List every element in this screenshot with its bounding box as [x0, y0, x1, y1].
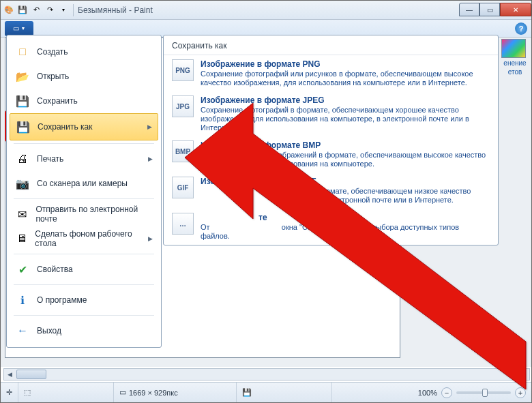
scroll-left-icon[interactable]: ◀	[4, 369, 15, 380]
canvas-dimensions: 1669 × 929пкс	[129, 389, 178, 397]
menu-exit[interactable]: Выход	[10, 318, 158, 343]
jpeg-file-icon: JPG	[172, 95, 194, 117]
menu-scanner[interactable]: Со сканера или камеры	[10, 171, 158, 196]
color-swatch-icon[interactable]	[501, 39, 526, 58]
png-desc: Сохранение фотографий или рисунков в фор…	[201, 70, 490, 87]
menu-create[interactable]: Создать	[10, 40, 158, 64]
menu-wallpaper-label: Сделать фоном рабочего стола	[35, 229, 141, 248]
submenu-header: Сохранить как	[164, 35, 498, 55]
chevron-right-icon: ▶	[148, 235, 153, 242]
scroll-thumb[interactable]	[16, 370, 46, 379]
zoom-out-button[interactable]: −	[441, 387, 452, 398]
other-format-icon: …	[172, 213, 194, 235]
camera-icon	[15, 176, 30, 191]
save-as-bmp[interactable]: BMP Изображение в формате BMP Сохранение…	[164, 136, 498, 173]
bmp-desc: Сохранение любых изображений в формате, …	[201, 151, 490, 168]
png-file-icon: PNG	[172, 59, 194, 81]
chevron-down-icon: ▼	[21, 26, 26, 31]
zoom-slider[interactable]	[456, 391, 511, 394]
save-icon	[15, 93, 30, 108]
menu-wallpaper[interactable]: Сделать фоном рабочего стола ▶	[10, 226, 158, 251]
chevron-right-icon: ▶	[147, 123, 152, 130]
menu-exit-label: Выход	[37, 326, 61, 335]
separator	[14, 254, 154, 254]
title-bar: 🎨 💾 ↶ ↷ ▾ Безымянный - Paint — ▭ ✕	[1, 1, 531, 20]
qat-customize-icon[interactable]: ▾	[58, 5, 69, 16]
separator	[14, 143, 154, 144]
menu-open-label: Открыть	[37, 72, 69, 81]
selection-icon: ⬚	[24, 388, 31, 397]
exit-icon	[15, 323, 30, 338]
zoom-slider-knob[interactable]	[482, 389, 488, 397]
menu-open[interactable]: Открыть	[10, 64, 158, 89]
status-file-size: 💾	[237, 383, 332, 402]
gif-title: Изображение в формате GIF	[201, 177, 471, 186]
menu-about-label: О программе	[37, 295, 87, 305]
menu-save-label: Сохранить	[37, 96, 78, 106]
save-as-jpeg[interactable]: JPG Изображение в формате JPEG Сохранени…	[164, 91, 498, 136]
app-icon: 🎨	[3, 5, 14, 16]
menu-create-label: Создать	[37, 47, 68, 57]
menu-print[interactable]: Печать ▶	[10, 147, 158, 171]
envelope-icon	[15, 207, 29, 222]
window-title: Безымянный - Paint	[78, 5, 153, 15]
desktop-icon	[15, 231, 28, 246]
menu-properties-label: Свойства	[37, 265, 73, 274]
menu-save-as[interactable]: Сохранить как ▶	[10, 113, 158, 140]
save-as-gif[interactable]: GIF Изображение в формате GIF Сохранение…	[164, 173, 498, 209]
bmp-title: Изображение в формате BMP	[201, 140, 490, 150]
status-cursor-position: ✛	[1, 383, 18, 402]
separator	[14, 198, 154, 199]
help-icon[interactable]: ?	[515, 23, 527, 35]
menu-print-label: Печать	[37, 154, 63, 164]
quick-access-toolbar: 🎨 💾 ↶ ↷ ▾	[3, 5, 69, 16]
status-bar: ✛ ⬚ ▭ 1669 × 929пкс 💾 100% − +	[1, 382, 531, 402]
zoom-in-button[interactable]: +	[515, 387, 526, 398]
color-edit-panel: енение етов	[501, 39, 529, 76]
minimize-button[interactable]: —	[459, 3, 479, 16]
qat-undo-icon[interactable]: ↶	[31, 5, 42, 16]
qat-redo-icon[interactable]: ↷	[44, 5, 55, 16]
save-as-icon	[16, 119, 31, 134]
zoom-level: 100%	[418, 389, 437, 397]
separator	[73, 4, 74, 16]
scroll-right-icon[interactable]: ▶	[506, 369, 517, 380]
zoom-controls: 100% − +	[413, 387, 531, 398]
status-selection-size: ⬚	[18, 383, 114, 402]
png-title: Изображение в формате PNG	[201, 59, 490, 69]
disk-icon: 💾	[242, 388, 252, 397]
menu-email[interactable]: Отправить по электронной почте	[10, 202, 158, 226]
menu-save-as-label: Сохранить как	[38, 122, 92, 132]
menu-properties[interactable]: Свойства	[10, 257, 158, 282]
chevron-right-icon: ▶	[148, 155, 153, 162]
canvas-size-icon: ▭	[119, 388, 126, 397]
new-file-icon	[15, 44, 30, 59]
jpeg-title: Изображение в формате JPEG	[201, 95, 490, 105]
maximize-button[interactable]: ▭	[479, 3, 500, 16]
scroll-down-icon[interactable]: ▼	[518, 368, 530, 380]
checkmark-icon	[15, 262, 30, 277]
menu-about[interactable]: О программе	[10, 288, 158, 312]
qat-save-icon[interactable]: 💾	[17, 5, 28, 16]
separator	[14, 284, 154, 285]
other-title: Другие формате	[201, 213, 490, 222]
menu-save[interactable]: Сохранить	[10, 89, 158, 113]
menu-email-label: Отправить по электронной почте	[35, 205, 153, 224]
gif-file-icon: GIF	[172, 177, 194, 198]
status-canvas-size: ▭ 1669 × 929пкс	[114, 383, 237, 402]
horizontal-scrollbar[interactable]: ◀ ▶	[3, 368, 518, 380]
save-as-submenu: Сохранить как PNG Изображение в формате …	[163, 35, 499, 245]
save-as-png[interactable]: PNG Изображение в формате PNG Сохранение…	[164, 55, 498, 91]
gif-desc: Сохранение простых рисунков в формате, о…	[201, 187, 471, 205]
file-tab[interactable]: ▭ ▼	[5, 21, 33, 36]
panel-label-2: етов	[501, 68, 529, 76]
open-folder-icon	[15, 69, 30, 84]
printer-icon	[15, 151, 30, 166]
file-tab-icon: ▭	[13, 25, 19, 32]
info-icon	[15, 293, 30, 308]
file-menu: Создать Открыть Сохранить Сохранить как …	[6, 35, 162, 348]
panel-label-1: енение	[501, 59, 529, 67]
close-button[interactable]: ✕	[500, 3, 531, 16]
save-as-other[interactable]: … Другие формате Открытие диалогового ок…	[164, 209, 498, 245]
separator	[14, 315, 154, 316]
